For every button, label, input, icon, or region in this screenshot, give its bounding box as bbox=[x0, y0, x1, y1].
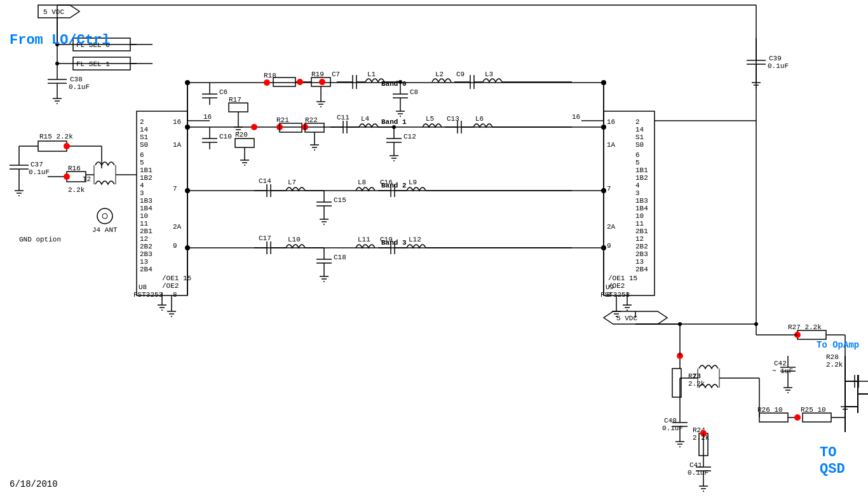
svg-text:R23: R23 bbox=[688, 372, 701, 380]
svg-text:2: 2 bbox=[635, 118, 640, 126]
svg-text:R22: R22 bbox=[305, 116, 318, 124]
svg-text:R15  2.2k: R15 2.2k bbox=[39, 133, 73, 140]
svg-text:L10: L10 bbox=[288, 236, 301, 243]
svg-text:S0: S0 bbox=[635, 141, 644, 149]
svg-text:2.2k: 2.2k bbox=[68, 186, 85, 194]
svg-text:0.1uF: 0.1uF bbox=[29, 168, 50, 176]
svg-text:6: 6 bbox=[635, 151, 640, 159]
svg-text:13: 13 bbox=[635, 258, 644, 266]
svg-text:12: 12 bbox=[140, 235, 148, 243]
svg-text:2B2: 2B2 bbox=[635, 243, 648, 250]
svg-text:C39: C39 bbox=[769, 55, 782, 62]
svg-text:/OE2: /OE2 bbox=[162, 282, 179, 290]
from-lo-ctrl-label: From LO/Ctrl bbox=[10, 32, 110, 49]
svg-text:R25  10: R25 10 bbox=[801, 406, 826, 414]
svg-text:L12: L12 bbox=[409, 236, 421, 243]
svg-text:L2: L2 bbox=[435, 71, 444, 78]
svg-text:16: 16 bbox=[203, 113, 212, 121]
svg-text:R16: R16 bbox=[68, 165, 81, 172]
svg-text:12: 12 bbox=[635, 235, 644, 243]
svg-text:4: 4 bbox=[635, 182, 640, 189]
svg-text:/OE1 15: /OE1 15 bbox=[608, 275, 637, 282]
svg-text:0.1uF: 0.1uF bbox=[768, 62, 789, 70]
svg-text:2B3: 2B3 bbox=[140, 250, 153, 258]
svg-text:2A: 2A bbox=[173, 223, 182, 231]
svg-text:R28: R28 bbox=[826, 353, 839, 361]
svg-text:S0: S0 bbox=[140, 141, 148, 149]
svg-text:10: 10 bbox=[140, 212, 148, 220]
svg-text:9: 9 bbox=[607, 242, 611, 250]
svg-text:C37: C37 bbox=[31, 161, 43, 168]
svg-text:FST3253: FST3253 bbox=[133, 291, 163, 299]
svg-text:16: 16 bbox=[607, 118, 615, 126]
svg-rect-171 bbox=[235, 139, 254, 147]
svg-text:2.2k: 2.2k bbox=[826, 361, 843, 369]
svg-text:5 VDC: 5 VDC bbox=[616, 315, 637, 322]
date-label: 6/18/2010 bbox=[10, 479, 58, 489]
svg-point-169 bbox=[251, 124, 257, 130]
svg-point-382 bbox=[185, 80, 190, 85]
svg-text:5: 5 bbox=[140, 159, 144, 166]
svg-rect-174 bbox=[280, 123, 302, 132]
svg-rect-122 bbox=[273, 78, 295, 86]
svg-text:C17: C17 bbox=[259, 234, 271, 242]
svg-text:Band 1: Band 1 bbox=[381, 118, 407, 126]
svg-point-395 bbox=[754, 322, 758, 326]
svg-text:9: 9 bbox=[173, 242, 177, 250]
svg-text:14: 14 bbox=[635, 126, 644, 133]
svg-text:10: 10 bbox=[635, 212, 644, 220]
svg-text:L3: L3 bbox=[485, 71, 493, 78]
svg-text:R17: R17 bbox=[229, 96, 241, 104]
svg-point-387 bbox=[601, 125, 606, 130]
svg-text:C38: C38 bbox=[70, 76, 83, 83]
svg-text:1B2: 1B2 bbox=[140, 174, 153, 182]
svg-text:C12: C12 bbox=[403, 133, 416, 140]
svg-text:/OE2: /OE2 bbox=[608, 282, 625, 290]
svg-text:16: 16 bbox=[173, 118, 181, 126]
svg-point-394 bbox=[678, 322, 682, 326]
svg-point-392 bbox=[398, 80, 402, 84]
svg-text:0.1uF: 0.1uF bbox=[662, 424, 683, 432]
svg-text:2.2k: 2.2k bbox=[688, 380, 705, 388]
svg-text:L7: L7 bbox=[288, 179, 296, 186]
svg-text:FST3253: FST3253 bbox=[600, 291, 630, 299]
svg-text:16: 16 bbox=[572, 113, 580, 121]
svg-text:1A: 1A bbox=[173, 141, 182, 149]
svg-text:1B1: 1B1 bbox=[635, 166, 648, 174]
svg-text:C9: C9 bbox=[456, 71, 465, 78]
svg-text:5: 5 bbox=[635, 159, 640, 166]
svg-text:L9: L9 bbox=[409, 179, 417, 186]
svg-point-384 bbox=[185, 188, 190, 193]
svg-text:S1: S1 bbox=[140, 133, 149, 141]
svg-text:5 VDC: 5 VDC bbox=[43, 8, 64, 16]
svg-text:13: 13 bbox=[140, 258, 148, 266]
svg-text:11: 11 bbox=[635, 220, 644, 227]
svg-text:C42: C42 bbox=[774, 360, 787, 367]
svg-text:7: 7 bbox=[607, 185, 611, 193]
svg-text:L11: L11 bbox=[358, 236, 370, 243]
svg-text:C18: C18 bbox=[334, 254, 346, 261]
svg-text:11: 11 bbox=[140, 220, 149, 227]
svg-text:L4: L4 bbox=[361, 115, 370, 123]
svg-text:FL SEL 1: FL SEL 1 bbox=[76, 60, 110, 68]
svg-text:GND option: GND option bbox=[19, 236, 61, 243]
svg-text:C41: C41 bbox=[689, 461, 702, 469]
svg-point-391 bbox=[55, 62, 59, 65]
svg-point-386 bbox=[601, 80, 606, 85]
svg-rect-305 bbox=[797, 330, 826, 339]
svg-point-388 bbox=[601, 188, 606, 193]
svg-text:4: 4 bbox=[140, 182, 144, 189]
svg-text:J4 ANT: J4 ANT bbox=[92, 226, 118, 234]
svg-text:2B1: 2B1 bbox=[635, 227, 648, 235]
svg-text:U8: U8 bbox=[139, 283, 147, 291]
svg-text:1B4: 1B4 bbox=[635, 205, 648, 212]
svg-text:2: 2 bbox=[140, 118, 144, 126]
svg-text:2B2: 2B2 bbox=[140, 243, 153, 250]
svg-text:R20: R20 bbox=[235, 131, 248, 139]
svg-text:L6: L6 bbox=[475, 115, 484, 123]
svg-text:C40: C40 bbox=[664, 417, 677, 424]
svg-text:C7: C7 bbox=[332, 71, 340, 78]
svg-point-385 bbox=[185, 245, 190, 250]
svg-point-129 bbox=[319, 79, 325, 85]
svg-text:R18: R18 bbox=[264, 72, 276, 79]
